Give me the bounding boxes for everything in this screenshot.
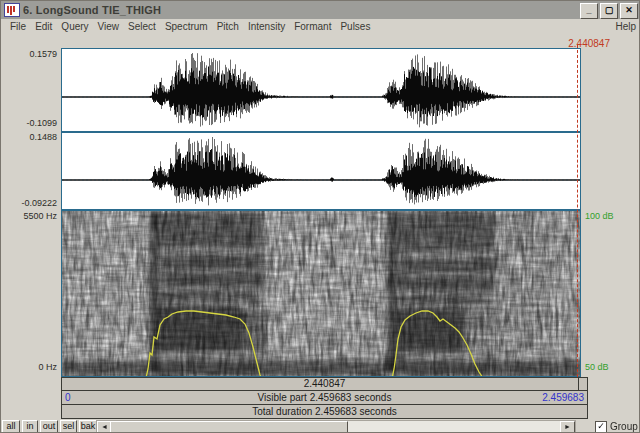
spectrogram-image: [62, 211, 580, 376]
menu-item-pitch[interactable]: Pitch: [217, 21, 239, 32]
group-label: Group: [610, 421, 638, 432]
spectrogram-panel[interactable]: [62, 211, 580, 376]
visible-end-label: 2.459683: [542, 391, 584, 404]
title-bar[interactable]: 6. LongSound TIE_THIGH _ ▢ ✕: [1, 1, 640, 19]
waveform-channel-2[interactable]: [62, 133, 580, 209]
maximize-icon[interactable]: ▢: [600, 3, 618, 19]
cursor-bar-label: 2.440847: [304, 378, 346, 389]
cursor-time-bar[interactable]: 2.440847: [61, 377, 588, 391]
editor-panels: [61, 48, 581, 377]
app-icon[interactable]: [4, 3, 20, 17]
db-min-label: 50 dB: [585, 362, 609, 372]
bottom-controls: all in out sel bak ◄ ► ✓ Group: [1, 420, 640, 433]
zoom-sel-button[interactable]: sel: [60, 420, 77, 433]
minimize-icon[interactable]: _: [580, 3, 598, 19]
cursor-line[interactable]: [577, 45, 578, 377]
total-duration-label: Total duration 2.459683 seconds: [252, 406, 397, 417]
visible-start-label: 0: [65, 391, 71, 404]
menu-item-pulses[interactable]: Pulses: [340, 21, 370, 32]
group-checkbox[interactable]: ✓: [595, 421, 607, 433]
zoom-out-button[interactable]: out: [40, 420, 58, 433]
menu-bar: File Edit Query View Select Spectrum Pit…: [1, 19, 640, 33]
scrollbar-thumb[interactable]: [110, 421, 348, 433]
menu-item-query[interactable]: Query: [61, 21, 88, 32]
waveform-channel-1[interactable]: [62, 49, 580, 131]
menu-item-select[interactable]: Select: [128, 21, 156, 32]
zoom-all-button[interactable]: all: [2, 420, 20, 433]
menu-item-help[interactable]: Help: [615, 21, 636, 32]
freq-min-label: 0 Hz: [1, 362, 57, 372]
time-scrollbar[interactable]: ◄ ►: [96, 420, 576, 433]
close-icon[interactable]: ✕: [620, 3, 638, 19]
menu-item-spectrum[interactable]: Spectrum: [165, 21, 208, 32]
praat-editor-window: 6. LongSound TIE_THIGH _ ▢ ✕ File Edit Q…: [0, 0, 640, 433]
menu-item-edit[interactable]: Edit: [35, 21, 52, 32]
ch2-min-label: -0.09222: [1, 198, 57, 208]
db-max-label: 100 dB: [585, 211, 614, 221]
total-duration-bar[interactable]: Total duration 2.459683 seconds: [61, 404, 588, 419]
visible-part-bar[interactable]: 0 Visible part 2.459683 seconds 2.459683: [61, 390, 588, 405]
visible-part-label: Visible part 2.459683 seconds: [258, 392, 392, 403]
zoom-in-button[interactable]: in: [22, 420, 38, 433]
menu-item-formant[interactable]: Formant: [294, 21, 331, 32]
cursor-bar-divider: [578, 378, 579, 390]
menu-item-view[interactable]: View: [98, 21, 120, 32]
ch1-min-label: -0.1099: [1, 118, 57, 128]
freq-max-label: 5500 Hz: [1, 211, 57, 221]
ch1-max-label: 0.1579: [1, 49, 57, 59]
menu-item-intensity[interactable]: Intensity: [248, 21, 285, 32]
menu-item-file[interactable]: File: [10, 21, 26, 32]
scroll-right-icon[interactable]: ►: [560, 421, 575, 433]
zoom-back-button[interactable]: bak: [79, 420, 97, 433]
window-title: 6. LongSound TIE_THIGH: [23, 4, 161, 16]
ch2-max-label: 0.1488: [1, 132, 57, 142]
